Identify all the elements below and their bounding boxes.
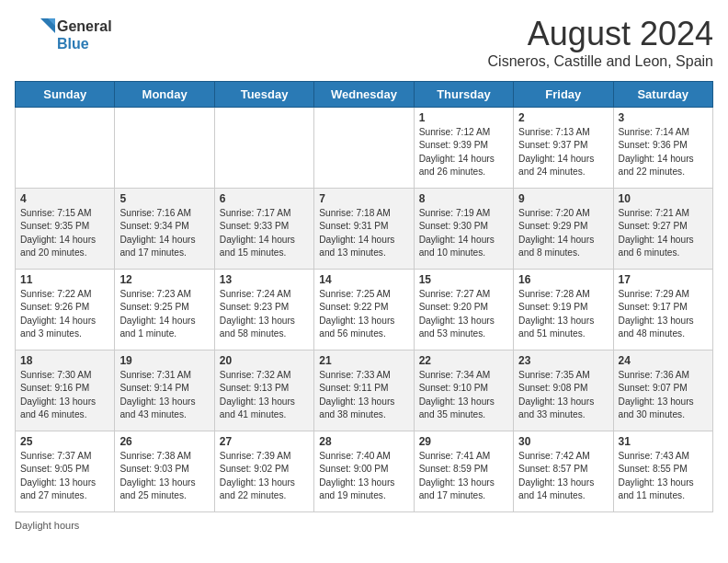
calendar-day-cell: 30Sunrise: 7:42 AMSunset: 8:57 PMDayligh…	[514, 431, 613, 512]
header: GeneralBlue August 2024 Cisneros, Castil…	[15, 15, 713, 70]
day-info: Sunrise: 7:40 AMSunset: 9:00 PMDaylight:…	[319, 451, 394, 500]
day-number: 29	[419, 435, 508, 448]
day-number: 17	[619, 273, 708, 286]
day-number: 24	[619, 354, 708, 367]
calendar-day-cell: 13Sunrise: 7:24 AMSunset: 9:23 PMDayligh…	[214, 270, 313, 350]
day-number: 11	[20, 273, 109, 286]
header-monday: Monday	[115, 82, 214, 108]
header-saturday: Saturday	[613, 82, 712, 108]
day-number: 6	[220, 192, 309, 205]
calendar-day-cell: 25Sunrise: 7:37 AMSunset: 9:05 PMDayligh…	[16, 431, 115, 512]
header-sunday: Sunday	[16, 82, 115, 108]
calendar-day-cell: 18Sunrise: 7:30 AMSunset: 9:16 PMDayligh…	[16, 350, 115, 431]
day-info: Sunrise: 7:17 AMSunset: 9:33 PMDaylight:…	[220, 208, 295, 258]
calendar-week-row: 1Sunrise: 7:12 AMSunset: 9:39 PMDaylight…	[16, 108, 713, 189]
calendar-day-cell: 9Sunrise: 7:20 AMSunset: 9:29 PMDaylight…	[514, 189, 613, 270]
calendar-table: Sunday Monday Tuesday Wednesday Thursday…	[15, 81, 713, 512]
day-info: Sunrise: 7:14 AMSunset: 9:36 PMDaylight:…	[619, 127, 694, 177]
day-number: 31	[619, 435, 708, 448]
day-info: Sunrise: 7:13 AMSunset: 9:37 PMDaylight:…	[518, 127, 594, 177]
calendar-day-cell: 15Sunrise: 7:27 AMSunset: 9:20 PMDayligh…	[414, 270, 513, 350]
day-number: 19	[119, 354, 209, 367]
day-number: 10	[619, 192, 708, 205]
day-info: Sunrise: 7:21 AMSunset: 9:27 PMDaylight:…	[619, 208, 694, 258]
calendar-day-cell	[16, 108, 115, 189]
days-header-row: Sunday Monday Tuesday Wednesday Thursday…	[16, 82, 713, 108]
day-info: Sunrise: 7:34 AMSunset: 9:10 PMDaylight:…	[419, 370, 495, 419]
calendar-day-cell: 10Sunrise: 7:21 AMSunset: 9:27 PMDayligh…	[613, 189, 712, 270]
day-info: Sunrise: 7:39 AMSunset: 9:02 PMDaylight:…	[220, 451, 295, 500]
day-info: Sunrise: 7:30 AMSunset: 9:16 PMDaylight:…	[20, 370, 96, 419]
day-info: Sunrise: 7:31 AMSunset: 9:14 PMDaylight:…	[119, 370, 195, 419]
calendar-day-cell: 14Sunrise: 7:25 AMSunset: 9:22 PMDayligh…	[314, 270, 414, 350]
day-number: 18	[20, 354, 109, 367]
day-number: 5	[119, 192, 209, 205]
day-number: 14	[319, 273, 408, 286]
day-number: 26	[119, 435, 209, 448]
footer: Daylight hours	[15, 520, 713, 531]
calendar-day-cell: 16Sunrise: 7:28 AMSunset: 9:19 PMDayligh…	[514, 270, 613, 350]
logo-blue-text: Blue	[57, 35, 112, 52]
day-info: Sunrise: 7:27 AMSunset: 9:20 PMDaylight:…	[419, 289, 495, 339]
calendar-day-cell	[214, 108, 313, 189]
calendar-body: 1Sunrise: 7:12 AMSunset: 9:39 PMDaylight…	[16, 108, 713, 512]
calendar-day-cell: 1Sunrise: 7:12 AMSunset: 9:39 PMDaylight…	[414, 108, 513, 189]
calendar-week-row: 25Sunrise: 7:37 AMSunset: 9:05 PMDayligh…	[16, 431, 713, 512]
calendar-day-cell: 23Sunrise: 7:35 AMSunset: 9:08 PMDayligh…	[514, 350, 613, 431]
calendar-day-cell: 19Sunrise: 7:31 AMSunset: 9:14 PMDayligh…	[115, 350, 214, 431]
day-info: Sunrise: 7:41 AMSunset: 8:59 PMDaylight:…	[419, 451, 495, 500]
day-info: Sunrise: 7:18 AMSunset: 9:31 PMDaylight:…	[319, 208, 394, 258]
calendar-day-cell: 20Sunrise: 7:32 AMSunset: 9:13 PMDayligh…	[214, 350, 313, 431]
day-info: Sunrise: 7:29 AMSunset: 9:17 PMDaylight:…	[619, 289, 694, 339]
day-info: Sunrise: 7:15 AMSunset: 9:35 PMDaylight:…	[20, 208, 96, 258]
day-number: 23	[518, 354, 608, 367]
calendar-week-row: 18Sunrise: 7:30 AMSunset: 9:16 PMDayligh…	[16, 350, 713, 431]
logo-general-text: General	[57, 17, 112, 35]
calendar-day-cell: 31Sunrise: 7:43 AMSunset: 8:55 PMDayligh…	[613, 431, 712, 512]
day-number: 30	[518, 435, 608, 448]
calendar-day-cell: 6Sunrise: 7:17 AMSunset: 9:33 PMDaylight…	[214, 189, 313, 270]
logo-inner: GeneralBlue	[15, 15, 112, 55]
calendar-week-row: 11Sunrise: 7:22 AMSunset: 9:26 PMDayligh…	[16, 270, 713, 350]
day-number: 25	[20, 435, 109, 448]
calendar-day-cell: 28Sunrise: 7:40 AMSunset: 9:00 PMDayligh…	[314, 431, 414, 512]
calendar-day-cell: 8Sunrise: 7:19 AMSunset: 9:30 PMDaylight…	[414, 189, 513, 270]
calendar-header: Sunday Monday Tuesday Wednesday Thursday…	[16, 82, 713, 108]
day-number: 20	[220, 354, 309, 367]
title-area: August 2024 Cisneros, Castille and Leon,…	[488, 15, 713, 70]
daylight-hours-label: Daylight hours	[15, 520, 79, 531]
calendar-day-cell	[314, 108, 414, 189]
day-info: Sunrise: 7:25 AMSunset: 9:22 PMDaylight:…	[319, 289, 394, 339]
calendar-subtitle: Cisneros, Castille and Leon, Spain	[488, 53, 713, 70]
day-number: 8	[419, 192, 508, 205]
calendar-day-cell: 4Sunrise: 7:15 AMSunset: 9:35 PMDaylight…	[16, 189, 115, 270]
day-number: 15	[419, 273, 508, 286]
day-number: 13	[220, 273, 309, 286]
day-info: Sunrise: 7:38 AMSunset: 9:03 PMDaylight:…	[119, 451, 195, 500]
day-info: Sunrise: 7:16 AMSunset: 9:34 PMDaylight:…	[119, 208, 195, 258]
day-info: Sunrise: 7:42 AMSunset: 8:57 PMDaylight:…	[518, 451, 594, 500]
day-info: Sunrise: 7:22 AMSunset: 9:26 PMDaylight:…	[20, 289, 96, 339]
day-number: 3	[619, 111, 708, 124]
calendar-title: August 2024	[488, 15, 713, 53]
calendar-day-cell: 22Sunrise: 7:34 AMSunset: 9:10 PMDayligh…	[414, 350, 513, 431]
calendar-day-cell: 24Sunrise: 7:36 AMSunset: 9:07 PMDayligh…	[613, 350, 712, 431]
day-number: 2	[518, 111, 608, 124]
calendar-day-cell: 7Sunrise: 7:18 AMSunset: 9:31 PMDaylight…	[314, 189, 414, 270]
day-info: Sunrise: 7:33 AMSunset: 9:11 PMDaylight:…	[319, 370, 394, 419]
day-info: Sunrise: 7:20 AMSunset: 9:29 PMDaylight:…	[518, 208, 594, 258]
calendar-day-cell: 2Sunrise: 7:13 AMSunset: 9:37 PMDaylight…	[514, 108, 613, 189]
calendar-day-cell: 17Sunrise: 7:29 AMSunset: 9:17 PMDayligh…	[613, 270, 712, 350]
day-info: Sunrise: 7:37 AMSunset: 9:05 PMDaylight:…	[20, 451, 96, 500]
day-number: 7	[319, 192, 408, 205]
day-info: Sunrise: 7:28 AMSunset: 9:19 PMDaylight:…	[518, 289, 594, 339]
day-number: 21	[319, 354, 408, 367]
header-tuesday: Tuesday	[214, 82, 313, 108]
day-info: Sunrise: 7:19 AMSunset: 9:30 PMDaylight:…	[419, 208, 495, 258]
day-info: Sunrise: 7:12 AMSunset: 9:39 PMDaylight:…	[419, 127, 495, 177]
day-number: 22	[419, 354, 508, 367]
logo: GeneralBlue	[15, 15, 112, 55]
calendar-day-cell: 3Sunrise: 7:14 AMSunset: 9:36 PMDaylight…	[613, 108, 712, 189]
day-number: 4	[20, 192, 109, 205]
day-number: 9	[518, 192, 608, 205]
